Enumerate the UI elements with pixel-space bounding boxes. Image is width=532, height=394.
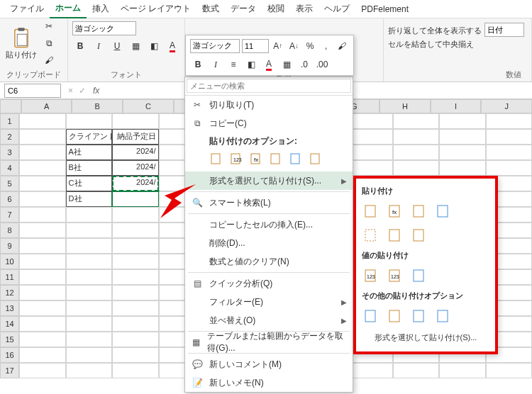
ctx-filter[interactable]: フィルター(E) ▶ [185,293,353,311]
ctx-new-note[interactable]: 📝 新しいメモ(N) [185,373,353,392]
cell[interactable] [439,145,485,160]
cell[interactable] [19,113,65,129]
mini-dec-decimal[interactable]: .0 [297,57,312,72]
ctx-smart-lookup[interactable]: 🔍 スマート検索(L) [185,193,353,212]
sub-other-picture-icon[interactable] [410,307,428,325]
mini-font-select[interactable] [190,39,240,53]
cell[interactable]: 2024/ [112,145,158,160]
mini-bold[interactable]: B [190,57,206,72]
col-B[interactable]: B [72,99,123,113]
cell[interactable] [19,347,65,363]
ctx-get-data[interactable]: ▦ テーブルまたは範囲からデータを取得(G)... [185,333,353,351]
cell[interactable] [66,254,112,269]
ctx-insert-cells[interactable]: コピーしたセルの挿入(E)... [185,215,353,234]
cell[interactable] [112,223,158,238]
cell[interactable] [393,145,439,160]
cell[interactable] [439,160,485,176]
cell[interactable] [19,269,65,285]
fx-icon[interactable]: fx [89,86,104,96]
sub-paste-noborder-icon[interactable] [362,226,380,244]
format-painter-button[interactable]: 🖌 [41,52,57,68]
row-head[interactable]: 16 [0,347,19,363]
mini-fill[interactable]: ◧ [243,57,259,72]
cell[interactable] [19,191,65,207]
cell[interactable] [66,223,112,238]
ctx-delete-cells[interactable]: 削除(D)... [185,234,353,252]
cell[interactable] [66,207,112,223]
menu-home[interactable]: ホーム [50,0,87,18]
row-head[interactable]: 3 [0,145,19,160]
cell[interactable] [66,363,112,378]
sub-other-format-icon[interactable] [362,307,380,325]
cell[interactable] [66,332,112,347]
cell[interactable] [112,207,158,223]
fill-color-button[interactable]: ◧ [146,38,162,54]
cell[interactable] [112,332,158,347]
cell[interactable] [112,363,158,378]
copy-button[interactable]: ⧉ [41,35,57,51]
mini-border[interactable]: ▦ [279,57,294,72]
menu-file[interactable]: ファイル [4,0,50,18]
cell[interactable] [19,207,65,223]
select-all-triangle[interactable] [0,99,21,113]
cell[interactable] [393,160,439,176]
mini-format-painter[interactable]: 🖌 [335,38,349,54]
cell[interactable] [19,300,65,316]
mini-size-select[interactable] [242,39,269,53]
cell[interactable] [112,238,158,254]
row-head[interactable]: 14 [0,316,19,332]
cell[interactable] [112,191,158,207]
cell[interactable] [346,129,392,145]
sub-values-src-icon[interactable] [410,266,428,285]
mini-inc-decimal[interactable]: .00 [314,57,330,72]
cell[interactable] [112,269,158,285]
menu-view[interactable]: 表示 [290,0,318,18]
col-I[interactable]: I [431,99,482,113]
cell[interactable] [439,363,485,378]
cell[interactable]: B社 [66,160,112,176]
bold-button[interactable]: B [72,38,88,54]
row-head[interactable]: 9 [0,238,19,254]
cell[interactable] [66,113,112,129]
row-head[interactable]: 11 [0,269,19,285]
cell[interactable] [66,269,112,285]
italic-button[interactable]: I [91,38,106,54]
cell[interactable] [486,129,532,145]
menu-insert[interactable]: 挿入 [87,0,115,18]
sub-paste-transpose-icon[interactable] [410,226,428,244]
menu-help[interactable]: ヘルプ [318,0,355,18]
sub-paste-all-icon[interactable] [362,202,380,220]
col-C[interactable]: C [123,99,174,113]
mini-italic[interactable]: I [208,57,223,72]
cell[interactable]: クライアント [66,129,112,145]
mini-comma[interactable]: , [319,38,333,54]
cell[interactable] [112,300,158,316]
sub-paste-keepsrc-icon[interactable] [434,202,453,220]
cell[interactable] [112,254,158,269]
font-color-button[interactable]: A [165,38,180,54]
cell[interactable] [346,145,392,160]
menu-pdfelement[interactable]: PDFelement [355,1,414,17]
cell[interactable] [66,300,112,316]
row-head[interactable]: 8 [0,223,19,238]
sub-paste-formulas-icon[interactable]: fx [386,202,404,220]
cell[interactable] [19,160,65,176]
cell[interactable] [112,113,158,129]
col-J[interactable]: J [481,99,532,113]
ctx-copy[interactable]: ⧉ コピー(C) [185,114,353,133]
menu-search-input[interactable] [187,79,351,93]
cell[interactable] [19,238,65,254]
mini-decrease-font[interactable]: A↓ [287,38,301,54]
cell[interactable]: A社 [66,145,112,160]
font-name-select[interactable] [72,21,136,35]
paste-opt-formatting-icon[interactable] [287,150,304,167]
sub-other-linkedpic-icon[interactable] [434,307,453,325]
sub-other-link-icon[interactable] [386,307,404,325]
paste-opt-link-icon[interactable] [307,150,324,167]
accept-formula-icon[interactable]: ✓ [76,86,89,96]
paste-opt-formulas-icon[interactable]: fx [248,150,265,167]
paste-button[interactable]: 貼り付け [4,27,38,60]
cell[interactable] [19,254,65,269]
cell[interactable]: 2024/ [112,176,158,191]
paste-opt-values-icon[interactable]: 123 [228,150,245,167]
